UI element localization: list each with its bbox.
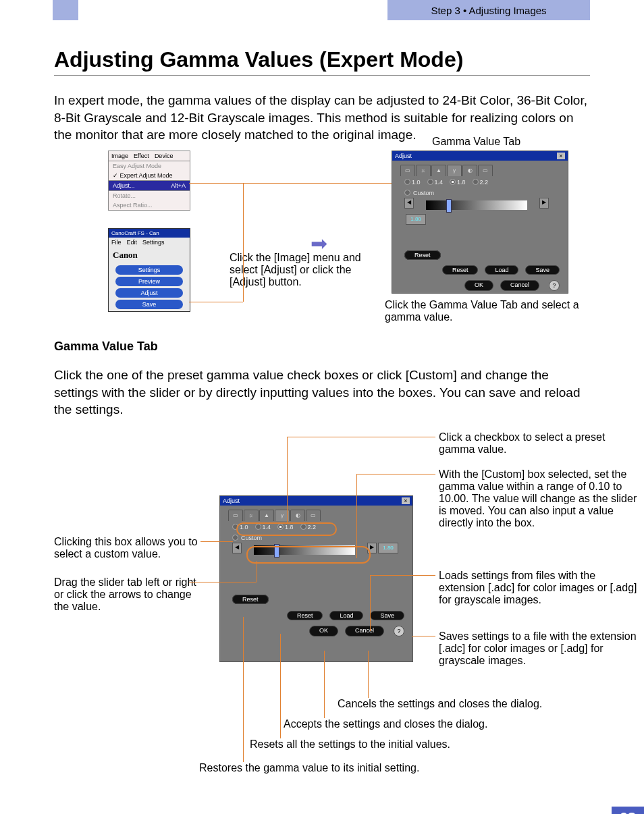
- ann-custom-range: With the [Custom] box selected, set the …: [439, 468, 641, 529]
- gamma-value[interactable]: 1.80: [406, 214, 426, 225]
- image-menu: Image Effect Device Easy Adjust Mode ✓ E…: [108, 151, 190, 211]
- ann-ok: Accepts the settings and closes the dial…: [284, 718, 554, 730]
- radio-1-8[interactable]: 1.8: [450, 179, 466, 186]
- cancel-button[interactable]: Cancel: [500, 280, 539, 291]
- canon-panel: CanoCraft FS - Can File Edit Settings Ca…: [108, 228, 190, 312]
- reset-all-button[interactable]: Reset: [442, 265, 479, 275]
- tab-5[interactable]: ◐: [462, 165, 477, 176]
- highlight-slider: [246, 546, 371, 564]
- canon-file[interactable]: File: [111, 239, 122, 246]
- menu-effect[interactable]: Effect: [131, 151, 152, 161]
- load-button[interactable]: Load: [485, 265, 518, 275]
- settings-button[interactable]: Settings: [115, 265, 183, 275]
- radio-2-2[interactable]: 2.2: [473, 179, 489, 186]
- gamma-tab-label: Gamma Value Tab: [432, 136, 520, 148]
- tab-6[interactable]: ▭: [478, 165, 493, 176]
- menu-adjust[interactable]: Adjust...Alt+A: [109, 181, 190, 190]
- gamma-slider[interactable]: [426, 200, 527, 210]
- close-icon-2[interactable]: ×: [402, 497, 410, 504]
- tab-3[interactable]: ▲: [431, 165, 446, 176]
- help-icon[interactable]: ?: [549, 280, 560, 291]
- save-settings-button[interactable]: Save: [525, 265, 560, 275]
- ok-button[interactable]: OK: [464, 280, 493, 291]
- menu-aspect[interactable]: Aspect Ratio...: [109, 200, 190, 210]
- tab-2[interactable]: ☼: [416, 165, 431, 176]
- ann-cancel: Cancels the settings and closes the dial…: [338, 698, 594, 710]
- ann-restore: Restores the gamma value to its initial …: [199, 762, 469, 774]
- canon-logo: Canon: [109, 247, 190, 263]
- tab-1[interactable]: ▭: [400, 165, 415, 176]
- slider-thumb[interactable]: [446, 199, 452, 213]
- radio-custom[interactable]: [404, 190, 410, 196]
- top-bar: Step 3 • Adjusting Images: [0, 0, 644, 20]
- tab-gamma[interactable]: γ: [447, 165, 462, 176]
- ann-slider: Drag the slider tab left or right or cli…: [54, 576, 199, 613]
- ann-custom: Clicking this box allows you to select a…: [54, 536, 199, 560]
- canon-title: CanoCraft FS - Can: [109, 229, 190, 238]
- tabs: ▭ ☼ ▲ γ ◐ ▭: [400, 165, 568, 176]
- page-title: Adjusting Gamma Values (Expert Mode): [54, 47, 590, 76]
- menu-image[interactable]: Image: [109, 151, 131, 161]
- close-icon[interactable]: ×: [557, 153, 565, 159]
- radio-1-0[interactable]: 1.0: [404, 179, 421, 186]
- slider-left-icon[interactable]: ◀: [404, 198, 414, 209]
- dialog-title: Adjust: [395, 153, 412, 159]
- section-2-title: Gamma Value Tab: [54, 340, 590, 354]
- ann-reset-all: Resets all the settings to the initial v…: [250, 738, 486, 751]
- radio-1-4[interactable]: 1.4: [427, 179, 444, 186]
- section-2-text: Click the one of the preset gamma value …: [54, 367, 590, 418]
- menu-expert[interactable]: ✓ Expert Adjust Mode: [109, 171, 190, 180]
- ann-preset: Click a checkbox to select a preset gamm…: [439, 431, 641, 456]
- reset-button[interactable]: Reset: [404, 250, 441, 260]
- canon-edit[interactable]: Edit: [127, 239, 138, 246]
- menu-easy[interactable]: Easy Adjust Mode: [109, 161, 190, 171]
- menu-rotate[interactable]: Rotate...: [109, 191, 190, 200]
- top-accent: [53, 0, 78, 20]
- breadcrumb: Step 3 • Adjusting Images: [387, 0, 590, 20]
- canon-settings[interactable]: Settings: [142, 239, 165, 246]
- highlight-radios: [236, 522, 337, 536]
- slider-right-icon[interactable]: ▶: [539, 198, 549, 209]
- adjust-dialog: Adjust × ▭ ☼ ▲ γ ◐ ▭ 1.0 1.4 1.8 2.2 Cus…: [392, 151, 568, 294]
- adjust-dialog-2: Adjust × ▭ ☼ ▲ γ ◐ ▭ 1.0 1.4 1.8 2.2 Cus…: [219, 495, 413, 662]
- page-number: 63: [612, 807, 644, 814]
- save-button[interactable]: Save: [115, 300, 183, 309]
- menu-device[interactable]: Device: [152, 151, 176, 161]
- figure-2: Adjust × ▭ ☼ ▲ γ ◐ ▭ 1.0 1.4 1.8 2.2 Cus…: [54, 431, 590, 789]
- preview-button[interactable]: Preview: [115, 277, 183, 286]
- right-caption: Click the Gamma Value Tab and select a g…: [385, 299, 594, 323]
- adjust-button[interactable]: Adjust: [115, 288, 183, 298]
- dialog-title-2: Adjust: [223, 497, 240, 504]
- figure-row-1: Gamma Value Tab Image Effect Device Easy…: [54, 151, 590, 340]
- ann-save: Saves settings to a file with the extens…: [439, 630, 641, 667]
- mid-caption: Click the [Image] menu and select [Adjus…: [230, 252, 371, 288]
- ann-load: Loads settings from files with the exten…: [439, 570, 641, 606]
